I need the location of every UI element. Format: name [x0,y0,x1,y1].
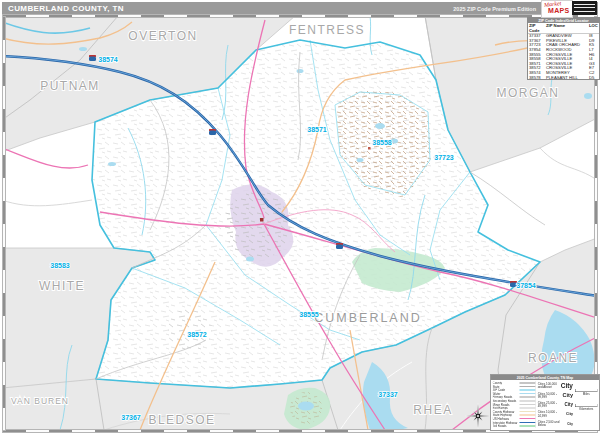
fairfield-glade-marker [368,147,371,150]
brand-logo: Market MAPS [541,0,573,18]
page-title: CUMBERLAND COUNTY, TN [8,4,124,13]
legend-city-row: Cities 50,000 - 99,999City [538,390,573,399]
legend-swatch [520,382,536,383]
legend-label: Toll Roads [493,424,519,427]
legend-city-row: Cities 2,500 and BelowCity [538,419,573,428]
grid-ruler-top [2,14,598,18]
legend-city-row: Cities 100,000 and AboveCity [538,381,573,390]
legend-swatch [520,415,536,416]
legend-label: County [493,381,519,384]
legend-swatch [520,386,536,387]
legend-city-label: Cities 10,000 - 24,999 [538,411,561,418]
county-label-roane: ROANE [528,351,578,365]
legend-swatch [520,400,536,401]
county-label-overton: OVERTON [128,29,197,43]
legend-label: State Highway [493,414,519,417]
county-label-fentress: FENTRESS [289,23,365,37]
legend-city-sample: City [563,392,573,398]
legend-city-label: Cities 50,000 - 99,999 [538,392,561,399]
zip-index-col-loc: LOC [589,23,598,33]
zip-index-col-name: ZIP Name [546,23,589,33]
legend-swatch [520,411,536,412]
scale-bar-label: Kilometers [575,407,598,411]
county-label-rhea: RHEA [413,403,452,417]
legend-label: US Highway [493,417,519,420]
zip-label-37367: 37367 [121,414,141,421]
crossville-city-marker [260,218,264,222]
map-legend-panel: 2025 Cumberland County, TN Map County St… [490,374,600,431]
legend-swatch [520,418,536,419]
brand-logo-main: MAPS [548,7,569,14]
legend-label: ZIP Code [493,388,519,391]
legend-row: Toll Roads [493,424,536,428]
county-label-morgan: MORGAN [497,86,560,100]
legend-swatch [520,404,536,405]
zip-label-38572: 38572 [187,331,207,338]
legend-swatch [520,389,536,390]
zip-index-panel: ZIP Code Index/Grid Locator ZIP Code ZIP… [527,17,600,80]
legend-label: Exit Ramps [493,406,519,409]
zip-label-37854: 37854 [516,282,536,289]
county-label-bledsoe: BLEDSOE [148,413,215,427]
scale-bar-km: Kilometers [575,404,598,411]
zip-index-col-zip: ZIP Code [529,23,546,33]
legend-swatch [520,393,536,394]
legend-city-label: Cities 2,500 and Below [538,420,561,427]
legend-label: Minor Roads [493,403,519,406]
legend-city-row: Cities 10,000 - 24,999City [538,409,573,418]
scale-bar-label: Miles [575,392,598,396]
legend-label: Interstate Highway [493,421,519,424]
county-label-cumberland: CUMBERLAND [314,311,422,325]
legend-label: State [493,385,519,388]
legend-city-label: Cities 100,000 and Above [538,382,561,389]
grid-ruler-left [2,16,6,431]
legend-swatch [520,407,536,408]
zip-label-38571: 38571 [307,126,327,133]
map-product-page: { "header": { "title": "CUMBERLAND COUNT… [0,0,600,436]
title-bar: CUMBERLAND COUNTY, TN 2025 ZIP Code Prem… [2,2,598,14]
zip-label-38558: 38558 [372,139,392,146]
zip-label-38555: 38555 [299,311,319,318]
scale-bar-miles: Miles [575,389,598,396]
legend-city-row: Cities 25,000 - 49,999City [538,400,573,409]
legend-label: Primary Roads [493,396,519,399]
legend-scale-column: Miles Kilometers [573,381,598,428]
legend-swatch [520,397,536,398]
zip-index-header-row: ZIP Code ZIP Name LOC [528,23,599,34]
legend-swatch [520,425,536,426]
legend-label: County Highway [493,410,519,413]
zip-label-37337: 37337 [378,391,398,398]
legend-line-column: County State ZIP Code Water Primary Road… [493,381,536,428]
county-label-putnam: PUTNAM [40,79,100,93]
county-label-white: WHITE [39,279,85,293]
legend-label: Water [493,392,519,395]
zip-label-38583: 38583 [50,262,70,269]
legend-city-label: Cities 25,000 - 49,999 [538,401,561,408]
legend-city-sample: City [561,382,573,390]
compass-rose-icon [465,403,491,429]
zip-label-37723: 37723 [434,154,454,161]
legend-label: Secondary Roads [493,399,519,402]
legend-city-column: Cities 100,000 and AboveCity Cities 50,0… [536,381,573,428]
county-map-canvas: OVERTON FENTRESS MORGAN PUTNAM WHITE VAN… [2,15,598,431]
edition-label: 2025 ZIP Code Premium Edition [453,6,536,12]
zip-label-38574: 38574 [98,56,118,63]
legend-city-sample: City [566,412,573,417]
legend-city-sample: City [564,402,573,407]
seller-badge [572,1,597,15]
legend-swatch [520,422,536,423]
county-label-van-buren: VAN BUREN [11,396,69,406]
